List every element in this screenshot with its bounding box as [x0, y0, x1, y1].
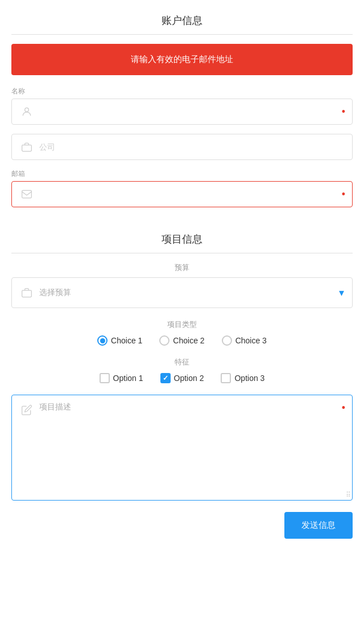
user-icon [20, 105, 34, 118]
edit-icon [20, 403, 34, 417]
radio-circle-choice2 [159, 335, 169, 346]
page-container: 账户信息 请输入有效的电子邮件地址 名称 • 邮箱 [0, 0, 364, 561]
radio-label-choice2: Choice 2 [173, 336, 204, 345]
section2: 项目信息 预算 选择预算 ▾ 项目类型 Choice 1 Choice 2 [11, 219, 353, 539]
email-input[interactable] [39, 190, 344, 199]
features-checkbox-group: Option 1 Option 2 Option 3 [11, 373, 353, 383]
description-textarea[interactable] [39, 402, 344, 493]
radio-label-choice1: Choice 1 [111, 336, 142, 345]
checkbox-label-opt2: Option 2 [174, 374, 204, 383]
section2-divider [11, 253, 353, 253]
description-textarea-wrapper: • ⠿ [11, 395, 353, 501]
radio-circle-choice3 [222, 335, 232, 346]
section1-title: 账户信息 [11, 0, 353, 34]
section2-title: 项目信息 [11, 219, 353, 253]
description-required-dot: • [342, 402, 345, 414]
chevron-down-icon: ▾ [339, 286, 344, 299]
budget-dropdown[interactable]: 选择预算 ▾ [11, 277, 353, 308]
project-type-radio-group: Choice 1 Choice 2 Choice 3 [11, 335, 353, 346]
budget-placeholder: 选择预算 [39, 288, 339, 298]
svg-rect-3 [22, 290, 32, 297]
email-required-dot: • [342, 188, 345, 200]
checkbox-opt2[interactable]: Option 2 [160, 373, 204, 383]
name-input-wrapper: • [11, 99, 353, 125]
checkbox-box-opt2 [160, 373, 171, 383]
radio-choice2[interactable]: Choice 2 [159, 335, 204, 346]
submit-button[interactable]: 发送信息 [284, 512, 353, 539]
name-required-dot: • [342, 106, 345, 118]
checkbox-box-opt1 [100, 373, 110, 383]
section1-divider [11, 34, 353, 35]
budget-label: 预算 [11, 263, 353, 273]
company-input-wrapper [11, 134, 353, 160]
project-type-label: 项目类型 [11, 319, 353, 330]
features-label: 特征 [11, 357, 353, 367]
checkbox-opt1[interactable]: Option 1 [100, 373, 143, 383]
radio-label-choice3: Choice 3 [235, 336, 267, 345]
checkbox-box-opt3 [221, 373, 231, 383]
email-label: 邮箱 [11, 169, 353, 179]
radio-choice3[interactable]: Choice 3 [222, 335, 267, 346]
name-input[interactable] [39, 107, 344, 116]
resize-handle-icon: ⠿ [346, 491, 351, 499]
svg-rect-2 [22, 190, 32, 198]
radio-choice1[interactable]: Choice 1 [97, 335, 142, 346]
checkbox-label-opt3: Option 3 [234, 374, 264, 383]
submit-row: 发送信息 [11, 512, 353, 539]
budget-icon [20, 286, 34, 300]
name-label: 名称 [11, 87, 353, 96]
error-banner: 请输入有效的电子邮件地址 [11, 44, 353, 75]
briefcase-icon [20, 140, 34, 154]
svg-point-0 [25, 108, 29, 112]
svg-rect-1 [22, 145, 32, 151]
email-icon [20, 187, 34, 201]
checkbox-label-opt1: Option 1 [113, 374, 143, 383]
checkbox-opt3[interactable]: Option 3 [221, 373, 264, 383]
email-input-wrapper: • [11, 181, 353, 207]
radio-circle-choice1 [97, 335, 107, 346]
company-input[interactable] [39, 142, 344, 151]
